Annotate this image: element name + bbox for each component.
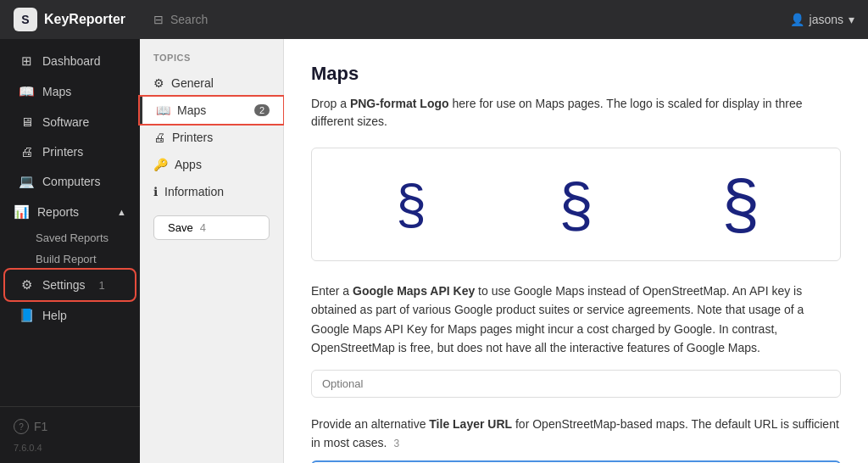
user-label: jasons xyxy=(810,13,843,26)
topic-label: Apps xyxy=(175,158,202,171)
save-button[interactable]: Save 4 xyxy=(153,215,270,240)
sidebar-item-dashboard[interactable]: ⊞ Dashboard xyxy=(5,46,135,76)
apps-icon: 🔑 xyxy=(153,158,168,171)
filter-icon[interactable]: ⊟ xyxy=(153,13,164,26)
save-badge: 4 xyxy=(200,221,206,234)
printers-topic-icon: 🖨 xyxy=(153,131,165,144)
step1-badge: 1 xyxy=(99,279,105,292)
sidebar-item-saved-reports[interactable]: Saved Reports xyxy=(0,227,140,248)
sidebar-item-computers[interactable]: 💻 Computers xyxy=(5,166,135,197)
logo-icon: S xyxy=(14,8,37,31)
topic-label: General xyxy=(171,76,214,90)
search-area: ⊟ xyxy=(140,13,776,26)
sidebar-item-label: Maps xyxy=(42,85,71,98)
computers-icon: 💻 xyxy=(19,174,34,189)
sidebar-item-maps[interactable]: 📖 Maps xyxy=(5,76,135,107)
software-icon: 🖥 xyxy=(19,114,34,129)
section-symbol-small: § xyxy=(396,173,426,236)
maps-icon: 📖 xyxy=(19,84,34,99)
sidebar-item-label: Software xyxy=(42,115,89,129)
version-text: 7.6.0.4 xyxy=(0,439,140,456)
sidebar-item-label: Dashboard xyxy=(42,54,101,68)
tile-layer-description: Provide an alternative Tile Layer URL fo… xyxy=(311,415,841,453)
printers-icon: 🖨 xyxy=(19,144,34,159)
topic-general[interactable]: ⚙ General xyxy=(140,70,283,97)
logo-large: § xyxy=(659,165,823,243)
sidebar-item-printers[interactable]: 🖨 Printers xyxy=(5,137,135,166)
api-key-description: Enter a Google Maps API Key to use Googl… xyxy=(311,282,841,358)
main-content: Maps Drop a PNG-format Logo here for use… xyxy=(284,39,868,463)
user-menu[interactable]: 👤 jasons ▾ xyxy=(776,13,868,26)
section-symbol-large: § xyxy=(722,165,760,243)
user-chevron-icon: ▾ xyxy=(849,13,854,26)
topic-printers[interactable]: 🖨 Printers xyxy=(140,124,283,151)
search-input[interactable] xyxy=(170,13,763,26)
topics-panel: TOPICS ⚙ General 📖 Maps 2 🖨 Printers 🔑 A… xyxy=(140,39,284,463)
sidebar-item-settings[interactable]: ⚙ Settings 1 xyxy=(5,270,135,300)
logo-medium: § xyxy=(493,170,658,239)
topic-information[interactable]: ℹ Information xyxy=(140,178,283,205)
logo-description: Drop a PNG-format Logo here for use on M… xyxy=(311,95,841,131)
logo-preview-area[interactable]: § § § xyxy=(311,148,841,261)
sidebar-item-label: Reports xyxy=(37,205,79,219)
logo-desc-bold: PNG-format Logo xyxy=(350,97,449,110)
topic-apps[interactable]: 🔑 Apps xyxy=(140,151,283,178)
sidebar-item-reports[interactable]: 📊 Reports ▲ xyxy=(0,197,140,227)
tile-layer-bold: Tile Layer URL xyxy=(429,417,512,431)
sidebar: ⊞ Dashboard 📖 Maps 🖥 Software 🖨 Printers… xyxy=(0,39,140,463)
save-label: Save xyxy=(168,221,193,234)
section-symbol-medium: § xyxy=(559,170,593,239)
api-key-bold: Google Maps API Key xyxy=(353,284,475,298)
sidebar-item-build-report[interactable]: Build Report xyxy=(0,248,140,270)
sidebar-item-label: Printers xyxy=(42,145,83,159)
sidebar-item-label: Settings xyxy=(42,278,86,292)
main-layout: ⊞ Dashboard 📖 Maps 🖥 Software 🖨 Printers… xyxy=(0,39,868,463)
f1-help[interactable]: ? F1 xyxy=(0,414,140,439)
sidebar-item-label: Computers xyxy=(42,175,100,188)
help-icon: 📘 xyxy=(19,308,34,323)
app-title: KeyReporter xyxy=(44,12,125,27)
topic-maps[interactable]: 📖 Maps 2 xyxy=(140,97,283,124)
user-icon: 👤 xyxy=(790,13,804,26)
settings-icon: ⚙ xyxy=(19,277,34,293)
sidebar-item-label: Help xyxy=(42,309,67,322)
logo-small: § xyxy=(329,173,493,236)
topic-label: Maps xyxy=(177,103,206,117)
maps-badge: 2 xyxy=(254,104,270,116)
api-key-input[interactable] xyxy=(311,370,841,398)
maps-topic-icon: 📖 xyxy=(156,103,170,117)
page-title: Maps xyxy=(311,63,841,85)
f1-label: F1 xyxy=(34,420,47,433)
topbar: S KeyReporter ⊟ 👤 jasons ▾ xyxy=(0,0,868,39)
reports-chevron-icon: ▲ xyxy=(117,207,126,217)
step3-badge: 3 xyxy=(393,438,399,449)
sidebar-bottom: ? F1 7.6.0.4 xyxy=(0,406,140,456)
f1-circle-icon: ? xyxy=(14,419,29,434)
dashboard-icon: ⊞ xyxy=(19,53,34,69)
information-icon: ℹ xyxy=(153,185,158,198)
topic-label: Printers xyxy=(172,131,213,144)
topic-label: Information xyxy=(164,185,224,198)
topics-label: TOPICS xyxy=(140,53,283,70)
sidebar-item-software[interactable]: 🖥 Software xyxy=(5,107,135,137)
sidebar-item-help[interactable]: 📘 Help xyxy=(5,300,135,331)
reports-icon: 📊 xyxy=(14,204,29,220)
general-icon: ⚙ xyxy=(153,76,164,90)
app-logo[interactable]: S KeyReporter xyxy=(0,8,140,31)
